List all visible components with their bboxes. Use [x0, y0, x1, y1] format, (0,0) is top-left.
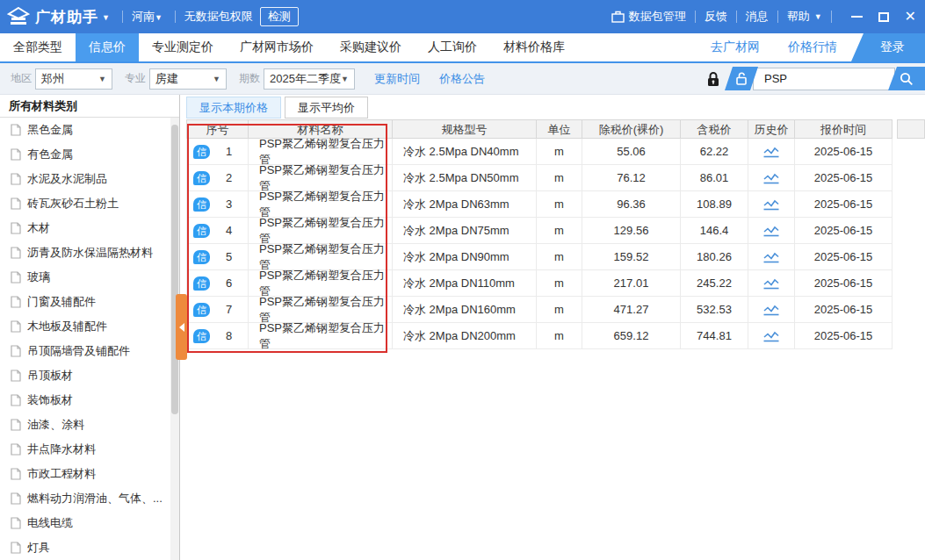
sidebar-item-8[interactable]: 门窗及辅配件	[0, 290, 179, 314]
history-price-cell	[748, 270, 795, 297]
spec-cell: 冷水 2Mpa DN160mm	[393, 297, 537, 323]
table-row[interactable]: 信2PSP聚乙烯钢塑复合压力管冷水 2.5Mpa DN50mmm76.1286.…	[186, 165, 925, 191]
price-notice-link[interactable]: 价格公告	[439, 71, 485, 87]
sidebar-item-6[interactable]: 沥青及防水保温隔热材料	[0, 241, 179, 265]
major-select[interactable]: 房建▼	[149, 68, 227, 90]
sidebar-item-label: 市政工程材料	[27, 466, 96, 482]
price-incl-tax-cell: 108.89	[681, 191, 748, 218]
history-price-chart-icon[interactable]	[762, 250, 780, 263]
help-menu[interactable]: 帮助▼	[787, 9, 822, 25]
sidebar-item-14[interactable]: 井点降水材料	[0, 437, 179, 462]
data-package-manager[interactable]: 数据包管理	[611, 9, 686, 25]
material-name-cell: PSP聚乙烯钢塑复合压力管	[249, 139, 393, 165]
serial-cell: 信2	[186, 165, 249, 191]
nav-item-7[interactable]: 材料价格库	[490, 33, 578, 61]
serial-cell: 信4	[186, 218, 249, 244]
period-select[interactable]: 2025年二季度▼	[264, 68, 355, 90]
column-header-8: 报价时间	[795, 119, 892, 139]
info-badge-icon[interactable]: 信	[193, 145, 210, 159]
sidebar-item-label: 燃料动力润滑油、气体、...	[27, 491, 163, 506]
history-price-chart-icon[interactable]	[762, 276, 780, 290]
history-price-chart-icon[interactable]	[762, 224, 780, 237]
view-tabs: 显示本期价格 显示平均价	[186, 97, 925, 118]
table-row[interactable]: 信8PSP聚乙烯钢塑复合压力管冷水 2Mpa DN200mmm659.12744…	[186, 323, 925, 349]
close-button[interactable]: ✕	[905, 10, 916, 24]
price-incl-tax-cell: 180.26	[681, 244, 748, 270]
table-row[interactable]: 信5PSP聚乙烯钢塑复合压力管冷水 2Mpa DN90mmm159.52180.…	[186, 244, 925, 270]
sidebar-item-16[interactable]: 燃料动力润滑油、气体、...	[0, 486, 179, 511]
login-button[interactable]: 登录	[851, 33, 925, 61]
arrow-left-icon	[179, 323, 184, 332]
sidebar-item-18[interactable]: 灯具	[0, 535, 179, 560]
nav-item-3[interactable]: 专业测定价	[139, 33, 227, 61]
sidebar-item-10[interactable]: 吊顶隔墙骨及铺配件	[0, 339, 179, 363]
tab-average-price[interactable]: 显示平均价	[285, 97, 368, 118]
history-price-chart-icon[interactable]	[762, 303, 780, 316]
info-badge-icon[interactable]: 信	[193, 250, 210, 264]
price-excl-tax-cell: 471.27	[582, 297, 681, 323]
sidebar-item-15[interactable]: 市政工程材料	[0, 462, 179, 486]
scrollbar-thumb[interactable]	[171, 125, 178, 414]
table-row[interactable]: 信4PSP聚乙烯钢塑复合压力管冷水 2Mpa DN75mmm129.56146.…	[186, 218, 925, 244]
title-bar: 广材助手 ▼ 河南 ▼ 无数据包权限 检测 数据包管理 反馈 消息 帮助▼	[0, 0, 925, 33]
nav-item-4[interactable]: 广材网市场价	[227, 33, 327, 61]
price-market-link[interactable]: 价格行情	[774, 33, 851, 61]
sidebar-item-9[interactable]: 木地板及辅配件	[0, 314, 179, 339]
sidebar-item-label: 装饰板材	[27, 392, 73, 408]
document-icon	[11, 370, 21, 382]
sidebar-item-4[interactable]: 砖瓦灰砂石土粉土	[0, 191, 179, 216]
sidebar-item-17[interactable]: 电线电缆	[0, 511, 179, 535]
history-price-chart-icon[interactable]	[762, 171, 780, 184]
sidebar-item-3[interactable]: 水泥及水泥制品	[0, 167, 179, 191]
region-switcher[interactable]: 河南	[132, 9, 155, 25]
search-input[interactable]	[753, 68, 895, 90]
tab-current-price[interactable]: 显示本期价格	[186, 97, 281, 118]
chevron-down-icon[interactable]: ▼	[102, 13, 110, 22]
locked-icon[interactable]	[706, 71, 720, 87]
table-row[interactable]: 信6PSP聚乙烯钢塑复合压力管冷水 2Mpa DN110mmm217.01245…	[186, 270, 925, 297]
sidebar-item-label: 水泥及水泥制品	[27, 171, 107, 187]
info-badge-icon[interactable]: 信	[193, 303, 210, 317]
info-badge-icon[interactable]: 信	[193, 224, 210, 238]
feedback-button[interactable]: 反馈	[705, 9, 727, 25]
info-badge-icon[interactable]: 信	[193, 329, 210, 343]
sidebar-item-1[interactable]: 黑色金属	[0, 118, 179, 142]
sidebar-item-5[interactable]: 木材	[0, 216, 179, 241]
nav-item-1[interactable]: 全部类型	[0, 33, 76, 61]
chevron-down-icon: ▼	[98, 75, 106, 83]
history-price-cell	[748, 323, 795, 349]
row-number: 6	[210, 276, 248, 290]
update-time-link[interactable]: 更新时间	[374, 71, 420, 87]
price-excl-tax-cell: 55.06	[582, 139, 681, 165]
sidebar-item-13[interactable]: 油漆、涂料	[0, 413, 179, 437]
region-select[interactable]: 郑州▼	[35, 68, 112, 90]
sidebar-item-2[interactable]: 有色金属	[0, 142, 179, 167]
maximize-button[interactable]	[878, 12, 889, 22]
table-row[interactable]: 信7PSP聚乙烯钢塑复合压力管冷水 2Mpa DN160mmm471.27532…	[186, 297, 925, 323]
message-button[interactable]: 消息	[746, 9, 769, 25]
document-icon	[11, 542, 21, 554]
sidebar-collapse-handle[interactable]	[176, 294, 187, 360]
nav-item-2[interactable]: 信息价	[76, 33, 139, 61]
history-price-chart-icon[interactable]	[762, 329, 780, 342]
history-price-chart-icon[interactable]	[762, 197, 780, 211]
history-price-chart-icon[interactable]	[762, 145, 780, 158]
chevron-down-icon[interactable]: ▼	[155, 13, 163, 22]
check-permission-button[interactable]: 检测	[260, 7, 299, 26]
price-table-panel: 显示本期价格 显示平均价 序号材料名称规格型号单位除税价(裸价)含税价历史价报价…	[180, 95, 925, 560]
go-guangcai-link[interactable]: 去广材网	[697, 33, 774, 61]
info-badge-icon[interactable]: 信	[193, 197, 210, 212]
info-badge-icon[interactable]: 信	[193, 171, 210, 185]
info-badge-icon[interactable]: 信	[193, 276, 210, 291]
sidebar-item-11[interactable]: 吊顶板材	[0, 363, 179, 388]
history-price-cell	[748, 244, 795, 270]
document-icon	[11, 468, 21, 480]
sidebar-item-7[interactable]: 玻璃	[0, 265, 179, 290]
table-row[interactable]: 信3PSP聚乙烯钢塑复合压力管冷水 2Mpa DN63mmm96.36108.8…	[186, 191, 925, 218]
nav-item-5[interactable]: 采购建议价	[327, 33, 415, 61]
sidebar-item-label: 砖瓦灰砂石土粉土	[27, 196, 119, 212]
nav-item-6[interactable]: 人工询价	[415, 33, 490, 61]
minimize-button[interactable]	[851, 16, 863, 18]
sidebar-item-12[interactable]: 装饰板材	[0, 388, 179, 413]
table-row[interactable]: 信1PSP聚乙烯钢塑复合压力管冷水 2.5Mpa DN40mmm55.0662.…	[186, 139, 925, 165]
